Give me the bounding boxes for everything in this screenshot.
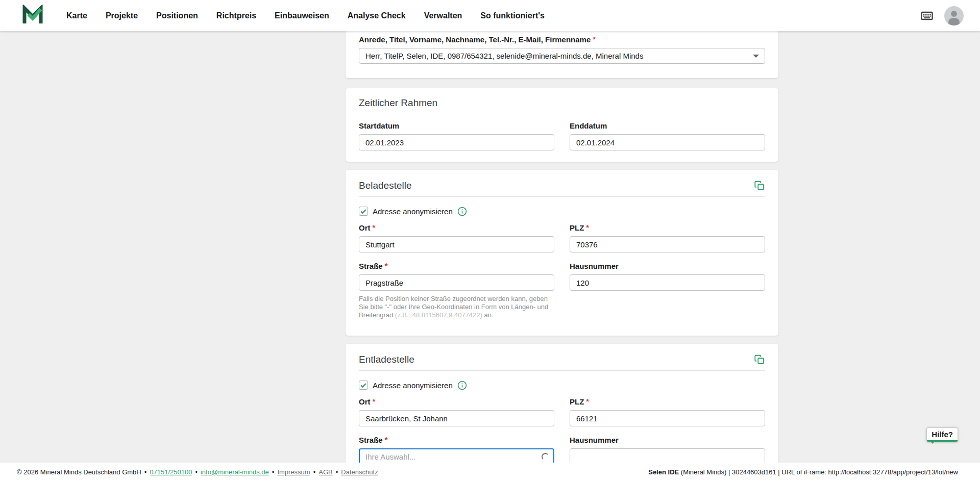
nav-item-projekte[interactable]: Projekte	[106, 11, 138, 20]
divider	[359, 196, 765, 197]
strasse-field: Straße*	[359, 436, 554, 463]
agb-link[interactable]: AGB	[318, 468, 332, 476]
copy-icon[interactable]	[754, 354, 765, 365]
strasse-helper-text: Falls die Position keiner Straße zugeord…	[359, 295, 554, 319]
plz-label: PLZ*	[570, 223, 765, 233]
copyright-text: © 2026 Mineral Minds Deutschland GmbH	[17, 468, 141, 476]
required-mark: *	[373, 223, 376, 232]
brand-logo-icon	[22, 5, 43, 27]
strasse-label: Straße*	[359, 436, 554, 445]
contact-select[interactable]: Herr, TitelP, Selen, IDE, 0987/654321, s…	[359, 48, 765, 64]
ort-input[interactable]	[359, 410, 554, 426]
anonymize-label: Adresse anonymisieren	[373, 381, 453, 390]
form-column: Anrede, Titel, Vorname, Nachname, Tel.-N…	[346, 31, 778, 463]
ort-field: Ort*	[359, 223, 554, 252]
nav-item-positionen[interactable]: Positionen	[156, 11, 198, 20]
plz-field: PLZ*	[570, 397, 765, 426]
impressum-link[interactable]: Impressum	[277, 468, 310, 476]
required-mark: *	[373, 397, 376, 406]
ort-field: Ort*	[359, 397, 554, 426]
startdatum-field: Startdatum	[359, 121, 554, 150]
plz-input[interactable]	[570, 236, 765, 252]
enddatum-label: Enddatum	[570, 121, 765, 131]
nav-item-verwalten[interactable]: Verwalten	[424, 11, 462, 20]
copy-icon[interactable]	[754, 180, 765, 191]
main-nav: Karte Projekte Positionen Richtpreis Ein…	[66, 11, 545, 20]
contact-field-label-text: Anrede, Titel, Vorname, Nachname, Tel.-N…	[359, 35, 591, 44]
ort-input[interactable]	[359, 236, 554, 252]
nav-right-tools	[920, 6, 964, 26]
hausnummer-field: Hausnummer	[570, 436, 765, 463]
separator: •	[195, 468, 198, 476]
nav-item-analyse-check[interactable]: Analyse Check	[348, 11, 406, 20]
divider	[359, 114, 765, 114]
required-mark: *	[586, 223, 589, 232]
top-navigation: Karte Projekte Positionen Richtpreis Ein…	[0, 0, 980, 31]
required-mark: *	[385, 435, 388, 444]
required-mark: *	[586, 397, 589, 406]
nav-item-karte[interactable]: Karte	[66, 11, 87, 20]
strasse-field: Straße*	[359, 262, 554, 291]
hausnummer-label: Hausnummer	[570, 436, 765, 445]
chevron-down-icon	[753, 55, 759, 58]
helper-example: (z.B.: 48.8115607,9.4077422)	[395, 311, 482, 319]
plz-field: PLZ*	[570, 223, 765, 252]
timeframe-card: Zeitlicher Rahmen Startdatum Enddatum	[346, 88, 778, 162]
strasse-autocomplete-input[interactable]	[359, 448, 554, 463]
beladestelle-card: Beladestelle Adresse anonymisieren	[346, 170, 778, 336]
hausnummer-input[interactable]	[570, 274, 765, 291]
separator: •	[313, 468, 316, 476]
ort-label: Ort*	[359, 397, 554, 407]
plz-input[interactable]	[570, 410, 765, 426]
separator: •	[336, 468, 338, 476]
loading-spinner-icon	[542, 453, 549, 461]
session-details: (Mineral Minds) | 30244603d161 | URL of …	[679, 468, 958, 476]
nav-item-einbauweisen[interactable]: Einbauweisen	[275, 11, 329, 20]
page-content: Anrede, Titel, Vorname, Nachname, Tel.-N…	[0, 31, 980, 463]
nav-item-so-funktionierts[interactable]: So funktioniert's	[480, 11, 545, 20]
session-info: Selen IDE (Mineral Minds) | 30244603d161…	[648, 468, 958, 476]
footer-left: © 2026 Mineral Minds Deutschland GmbH • …	[17, 468, 378, 476]
hausnummer-input[interactable]	[570, 448, 765, 463]
separator: •	[272, 468, 275, 476]
plz-label: PLZ*	[570, 397, 765, 407]
separator: •	[144, 468, 147, 476]
startdatum-input[interactable]	[359, 134, 554, 150]
strasse-label: Straße*	[359, 262, 554, 271]
contact-field-label: Anrede, Titel, Vorname, Nachname, Tel.-N…	[359, 35, 765, 44]
phone-link[interactable]: 07151/250100	[150, 468, 192, 476]
datenschutz-link[interactable]: Datenschutz	[341, 468, 378, 476]
check-icon	[360, 208, 367, 215]
anonymize-checkbox[interactable]	[359, 207, 368, 216]
hausnummer-field: Hausnummer	[570, 262, 765, 291]
divider	[359, 370, 765, 371]
email-link[interactable]: info@mineral-minds.de	[201, 468, 269, 476]
startdatum-label: Startdatum	[359, 121, 554, 131]
required-mark: *	[593, 35, 596, 43]
contact-select-value: Herr, TitelP, Selen, IDE, 0987/654321, s…	[365, 52, 643, 60]
anonymize-label: Adresse anonymisieren	[373, 207, 453, 216]
nav-item-richtpreis[interactable]: Richtpreis	[216, 11, 256, 20]
beladestelle-title: Beladestelle	[359, 180, 412, 191]
entladestelle-title: Entladestelle	[359, 354, 414, 365]
timeframe-title: Zeitlicher Rahmen	[359, 97, 765, 109]
keyboard-icon[interactable]	[920, 9, 934, 23]
anonymize-checkbox[interactable]	[359, 381, 368, 390]
entladestelle-card: Entladestelle Adresse anonymisieren	[346, 344, 778, 463]
enddatum-field: Enddatum	[570, 121, 765, 150]
help-button[interactable]: Hilfe?	[926, 427, 958, 442]
ort-label: Ort*	[359, 223, 554, 233]
info-icon[interactable]	[457, 207, 467, 216]
required-mark: *	[385, 261, 388, 270]
enddatum-input[interactable]	[570, 134, 765, 150]
info-icon[interactable]	[457, 381, 467, 390]
brand-logo[interactable]	[22, 5, 43, 27]
page-footer: © 2026 Mineral Minds Deutschland GmbH • …	[0, 463, 980, 481]
person-icon	[944, 6, 964, 26]
hausnummer-label: Hausnummer	[570, 262, 765, 271]
user-avatar[interactable]	[944, 6, 964, 26]
contact-card: Anrede, Titel, Vorname, Nachname, Tel.-N…	[346, 31, 778, 78]
check-icon	[360, 382, 367, 389]
session-user: Selen IDE	[648, 468, 679, 476]
strasse-input[interactable]	[359, 274, 554, 291]
